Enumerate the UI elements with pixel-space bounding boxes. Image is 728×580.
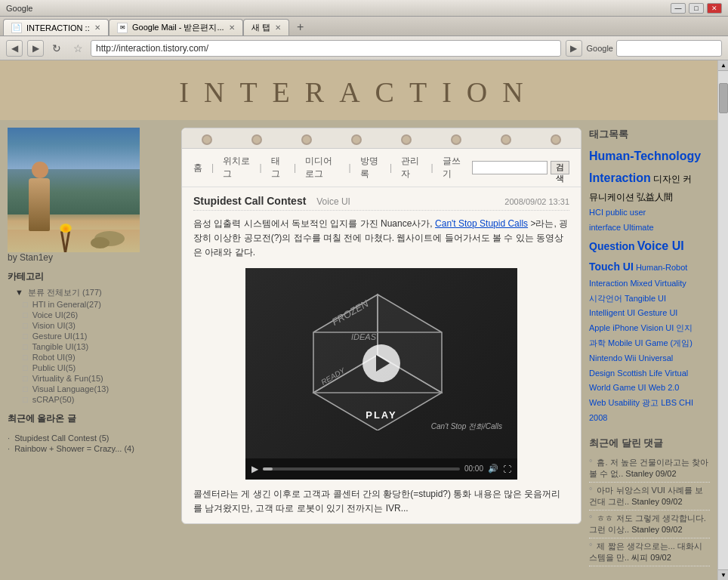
- nav-write[interactable]: 글쓰기: [443, 155, 463, 180]
- post-body-link[interactable]: Can't Stop Stupid Calls: [435, 218, 528, 229]
- category-item-0[interactable]: □ HTI in General(27): [23, 299, 174, 310]
- tag-design-scottish[interactable]: Design Scottish: [589, 369, 646, 378]
- volume-icon[interactable]: 🔊: [488, 464, 498, 474]
- nav-tag[interactable]: 태그: [271, 155, 285, 180]
- tag-question[interactable]: Question: [589, 240, 635, 252]
- recent-post-0[interactable]: Stupidest Call Contest (5): [8, 433, 174, 443]
- tag-hci[interactable]: HCI: [589, 208, 603, 217]
- post-title-link[interactable]: Stupidest Call Contest: [193, 195, 306, 207]
- recent-post-1[interactable]: Rainbow + Shower = Crazy... (4): [8, 443, 174, 454]
- scroll-thumb[interactable]: [719, 83, 728, 113]
- category-link-9[interactable]: sCRAP(50): [32, 395, 75, 404]
- tag-web20[interactable]: Web 2.0: [649, 383, 680, 392]
- tag-lbs[interactable]: LBS: [661, 398, 677, 407]
- tab-close-newtab[interactable]: ✕: [275, 23, 281, 32]
- category-item-9[interactable]: □ sCRAP(50): [23, 394, 174, 405]
- nav-location[interactable]: 위치로그: [223, 155, 250, 180]
- back-button[interactable]: ◀: [6, 40, 23, 57]
- category-link-4[interactable]: Tangible UI(13): [32, 342, 89, 351]
- tag-public[interactable]: public: [606, 208, 628, 217]
- video-screen[interactable]: FROZEN IDEAS READY PLAY Can't: [245, 268, 517, 458]
- tag-web-usability[interactable]: Web Usability: [589, 398, 640, 407]
- nav-admin[interactable]: 관리자: [401, 155, 421, 180]
- category-link-1[interactable]: Voice UI(26): [32, 310, 79, 319]
- go-button[interactable]: ▶: [566, 40, 582, 57]
- tab-close-gmail[interactable]: ✕: [229, 23, 235, 32]
- tab-close-interaction[interactable]: ✕: [94, 23, 100, 32]
- tag-interaction[interactable]: Interaction: [589, 171, 651, 184]
- tag-tangible-ui[interactable]: Tangible UI: [625, 294, 666, 303]
- tag-apple-iphone[interactable]: Apple iPhone: [589, 323, 638, 332]
- category-all[interactable]: ▼ 분류 전체보기 (177): [15, 286, 174, 299]
- tag-mobile-ui[interactable]: Mobile UI: [608, 338, 643, 347]
- tag-cognitive[interactable]: 인지: [676, 323, 693, 332]
- tab-interaction[interactable]: 📄 INTERACTION :: ✕: [3, 19, 109, 35]
- scroll-down-arrow[interactable]: ▼: [718, 569, 728, 580]
- close-button[interactable]: ✕: [707, 3, 722, 14]
- category-link-8[interactable]: Visual Language(13): [32, 384, 109, 393]
- tag-design[interactable]: 디자인 커: [653, 174, 692, 184]
- category-item-5[interactable]: □ Robot UI(9): [23, 352, 174, 362]
- tag-game[interactable]: Game (게임): [646, 338, 693, 347]
- tag-human-technology[interactable]: Human-Technology: [589, 150, 701, 162]
- scroll-track[interactable]: [718, 71, 728, 569]
- tag-ads[interactable]: 광고: [642, 398, 659, 407]
- tag-intelligent-ui[interactable]: Intelligent UI: [589, 308, 635, 317]
- new-tab-button[interactable]: +: [292, 19, 309, 35]
- browser-search-input[interactable]: [616, 40, 722, 57]
- category-item-7[interactable]: □ Virtuality & Fun(15): [23, 373, 174, 384]
- tag-communication[interactable]: 뮤니케이션 弘益人間: [589, 192, 673, 202]
- category-link-5[interactable]: Robot UI(9): [32, 353, 76, 362]
- tag-visual-language[interactable]: 시각언어: [589, 294, 622, 303]
- blog-search-input[interactable]: [472, 161, 548, 174]
- category-link-3[interactable]: Gesture UI(11): [32, 332, 88, 341]
- tab-gmail[interactable]: ✉ Google Mail - 받은편지... ✕: [109, 19, 243, 35]
- scrollbar[interactable]: ▲ ▼: [717, 60, 728, 580]
- recent-post-link-1[interactable]: Rainbow + Shower = Crazy... (4): [14, 444, 134, 453]
- video-play-ctrl[interactable]: ▶: [251, 464, 258, 474]
- tag-voice-ui[interactable]: Voice UI: [637, 239, 684, 252]
- category-item-2[interactable]: □ Vision UI(3): [23, 320, 174, 331]
- nav-media[interactable]: 미디어로그: [305, 155, 340, 180]
- tag-world-game[interactable]: World Game UI: [589, 383, 646, 392]
- tab-newtab[interactable]: 새 탭 ✕: [243, 19, 289, 35]
- tag-universal[interactable]: Universal: [638, 353, 673, 362]
- bookmark-button[interactable]: ☆: [69, 40, 86, 57]
- category-item-8[interactable]: □ Visual Language(13): [23, 384, 174, 394]
- url-input[interactable]: [91, 40, 561, 57]
- tag-touch-ui[interactable]: Touch UI: [589, 261, 634, 273]
- tag-life-virtual[interactable]: Life Virtual: [649, 369, 689, 378]
- category-all-link[interactable]: 분류 전체보기 (177): [28, 288, 102, 297]
- nav-guestbook[interactable]: 방명록: [360, 155, 381, 180]
- category-link-2[interactable]: Vision UI(3): [32, 321, 76, 330]
- play-button[interactable]: [362, 344, 400, 382]
- tag-human-robot[interactable]: Human-Robot: [636, 263, 687, 272]
- category-item-1[interactable]: □ Voice UI(26): [23, 310, 174, 320]
- tag-gesture-ui[interactable]: Gesture UI: [637, 308, 677, 317]
- category-item-4[interactable]: □ Tangible UI(13): [23, 341, 174, 352]
- category-link-6[interactable]: Public UI(5): [32, 363, 76, 372]
- category-link-7[interactable]: Virtuality & Fun(15): [32, 374, 103, 383]
- tag-nintendo-wii[interactable]: Nintendo Wii: [589, 353, 636, 362]
- nav-home[interactable]: 홈: [193, 162, 202, 174]
- post-subtitle[interactable]: Voice UI: [316, 196, 350, 207]
- category-item-3[interactable]: □ Gesture UI(11): [23, 331, 174, 341]
- forward-button[interactable]: ▶: [27, 40, 44, 57]
- tag-ultimate[interactable]: Ultimate: [623, 223, 653, 232]
- scroll-up-arrow[interactable]: ▲: [718, 60, 728, 71]
- category-item-6[interactable]: □ Public UI(5): [23, 362, 174, 373]
- recent-post-link-0[interactable]: Stupidest Call Contest (5): [14, 433, 109, 443]
- blog-search-button[interactable]: 검색: [551, 161, 569, 174]
- tag-mixed-virtuality[interactable]: Mixed Virtuality: [630, 279, 686, 288]
- tag-interaction2[interactable]: Interaction: [589, 279, 628, 288]
- refresh-button[interactable]: ↻: [48, 40, 65, 57]
- tag-user[interactable]: user: [630, 208, 646, 217]
- tag-interface[interactable]: interface: [589, 223, 621, 232]
- tag-cognitive2[interactable]: 과학: [589, 338, 606, 347]
- fullscreen-button[interactable]: ⛶: [503, 464, 511, 474]
- video-progress[interactable]: [263, 467, 460, 470]
- maximize-button[interactable]: □: [689, 3, 704, 14]
- category-link-0[interactable]: HTI in General(27): [32, 300, 101, 309]
- minimize-button[interactable]: —: [671, 3, 686, 14]
- tag-vision-ui[interactable]: Vision UI: [641, 323, 674, 332]
